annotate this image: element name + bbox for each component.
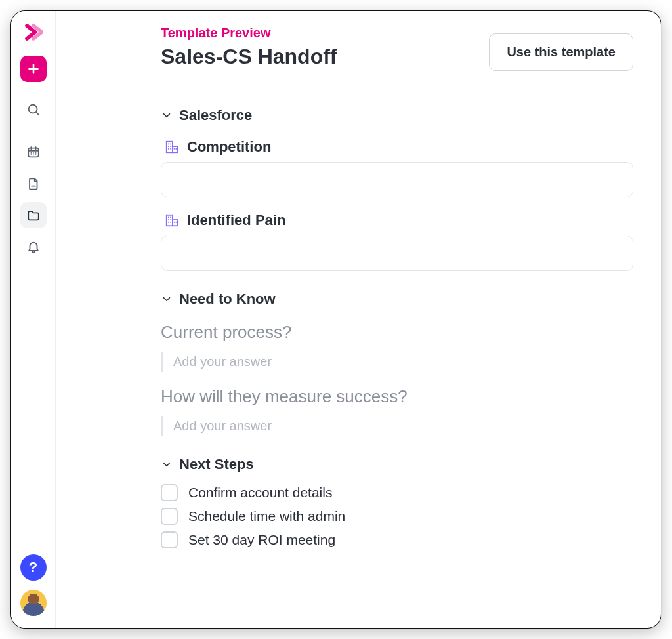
svg-rect-16	[174, 148, 175, 150]
header: Template Preview Sales-CS Handoff Use th…	[161, 26, 633, 87]
section-title: Need to Know	[179, 291, 276, 308]
folder-button[interactable]	[20, 202, 47, 228]
svg-rect-18	[167, 215, 173, 226]
question-prompt: How will they measure success?	[161, 386, 633, 407]
svg-point-2	[30, 152, 32, 154]
svg-point-4	[35, 152, 36, 154]
checkbox-schedule-admin[interactable]	[161, 508, 178, 525]
svg-rect-11	[170, 144, 171, 145]
competition-input[interactable]	[161, 162, 633, 197]
checklist-item: Set 30 day ROI meeting	[161, 528, 633, 552]
building-icon	[165, 140, 179, 154]
avatar[interactable]	[20, 590, 47, 616]
svg-point-5	[30, 154, 32, 155]
calendar-button[interactable]	[20, 139, 47, 165]
svg-rect-19	[173, 220, 177, 226]
eyebrow: Template Preview	[161, 26, 337, 41]
section-next-steps: Next Steps Confirm account details Sched…	[161, 456, 633, 552]
page-title: Sales-CS Handoff	[161, 45, 337, 69]
notifications-button[interactable]	[20, 234, 47, 260]
svg-rect-15	[170, 148, 171, 150]
search-button[interactable]	[20, 96, 47, 123]
chevron-down-icon	[161, 293, 173, 305]
checkbox-confirm-account[interactable]	[161, 484, 178, 501]
current-process-input[interactable]	[161, 352, 633, 372]
chevron-down-icon	[161, 110, 173, 121]
svg-point-3	[33, 152, 34, 154]
chevron-down-icon	[161, 459, 173, 470]
svg-rect-21	[170, 217, 171, 218]
checklist-label: Confirm account details	[188, 485, 332, 501]
svg-rect-22	[168, 219, 169, 220]
bell-icon	[26, 239, 41, 254]
checklist-label: Set 30 day ROI meeting	[188, 532, 335, 548]
folder-icon	[26, 208, 41, 222]
checkbox-roi-meeting[interactable]	[161, 531, 178, 548]
question-prompt: Current process?	[161, 322, 633, 342]
section-toggle-need-to-know[interactable]: Need to Know	[161, 291, 633, 308]
svg-rect-10	[168, 144, 169, 145]
svg-rect-23	[170, 219, 171, 220]
section-need-to-know: Need to Know Current process? How will t…	[161, 291, 633, 436]
svg-point-6	[33, 154, 34, 155]
svg-rect-20	[168, 217, 169, 218]
plus-icon	[26, 62, 41, 76]
svg-rect-8	[167, 142, 173, 153]
section-title: Salesforce	[179, 107, 252, 124]
checklist-item: Schedule time with admin	[161, 505, 633, 528]
svg-rect-14	[168, 148, 169, 150]
question-measure-success: How will they measure success?	[161, 386, 633, 436]
app-logo-icon	[22, 20, 45, 44]
search-icon	[26, 102, 41, 117]
question-current-process: Current process?	[161, 322, 633, 372]
section-salesforce: Salesforce Competition	[161, 107, 633, 271]
field-label: Identified Pain	[187, 212, 285, 229]
field-identified-pain: Identified Pain	[161, 212, 633, 271]
svg-rect-13	[170, 146, 171, 147]
building-icon	[165, 213, 179, 228]
main-content: Template Preview Sales-CS Handoff Use th…	[56, 11, 661, 628]
document-button[interactable]	[20, 171, 47, 197]
svg-rect-17	[176, 148, 177, 150]
svg-rect-12	[168, 146, 169, 147]
document-icon	[26, 176, 41, 191]
svg-rect-27	[176, 222, 177, 223]
measure-success-input[interactable]	[161, 416, 633, 436]
add-button[interactable]	[20, 56, 47, 82]
checklist-item: Confirm account details	[161, 481, 633, 505]
svg-rect-26	[174, 222, 175, 223]
section-toggle-next-steps[interactable]: Next Steps	[161, 456, 633, 473]
section-toggle-salesforce[interactable]: Salesforce	[161, 107, 633, 124]
svg-point-7	[35, 154, 36, 155]
sidebar-divider	[22, 131, 45, 131]
svg-rect-24	[168, 222, 169, 223]
section-title: Next Steps	[179, 456, 254, 473]
field-competition: Competition	[161, 138, 633, 197]
svg-rect-25	[170, 222, 171, 223]
field-label: Competition	[187, 138, 271, 155]
help-label: ?	[29, 559, 37, 576]
calendar-icon	[26, 145, 41, 159]
sidebar: ?	[11, 11, 56, 628]
help-button[interactable]: ?	[20, 554, 47, 581]
use-template-button[interactable]: Use this template	[489, 33, 633, 71]
app-frame: ? Template Preview Sales-CS Handoff Use …	[10, 10, 662, 629]
checklist-label: Schedule time with admin	[188, 508, 345, 524]
identified-pain-input[interactable]	[161, 236, 633, 271]
